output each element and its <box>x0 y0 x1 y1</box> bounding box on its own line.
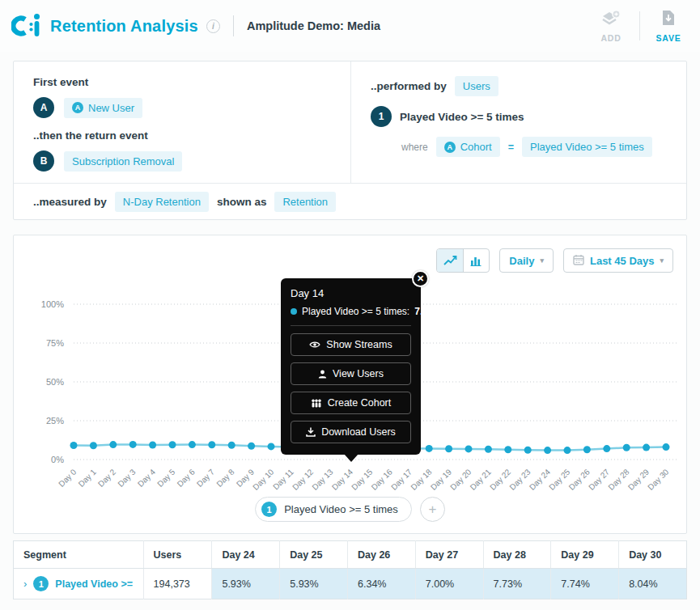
events-section: First event A A New User ..then the retu… <box>14 61 351 183</box>
chart-panel: Daily ▾ Last 45 Days ▾ 0%25%50%75%100%Da… <box>13 235 687 534</box>
where-property-chip[interactable]: A Cohort <box>436 137 500 157</box>
row-segment-name[interactable]: Played Video >= 5 t... <box>55 578 133 590</box>
data-point[interactable] <box>70 442 78 449</box>
measured-by-chip[interactable]: N-Day Retention <box>115 192 209 212</box>
data-point[interactable] <box>524 447 532 454</box>
day-24-cell[interactable]: 5.93% <box>212 569 280 599</box>
data-point[interactable] <box>544 447 551 454</box>
project-name: Amplitude Demo: Media <box>247 19 380 32</box>
col-day-25: Day 25 <box>280 541 348 569</box>
caret-down-icon: ▾ <box>540 256 544 265</box>
bar-chart-toggle[interactable] <box>463 249 489 272</box>
view-users-button[interactable]: View Users <box>291 362 411 385</box>
add-series-button[interactable]: + <box>420 497 445 522</box>
data-point[interactable] <box>208 441 215 448</box>
interval-dropdown[interactable]: Daily ▾ <box>499 248 554 273</box>
retention-table: Segment Users Day 24 Day 25 Day 26 Day 2… <box>13 540 687 599</box>
day-26-cell[interactable]: 6.34% <box>348 569 416 599</box>
x-axis-label: Day 29 <box>626 467 651 491</box>
x-axis-label: Day 26 <box>567 467 592 491</box>
x-axis-label: Day 15 <box>350 467 374 491</box>
save-button[interactable]: SAVE <box>651 9 685 43</box>
expand-chevron-icon[interactable]: › <box>23 578 27 590</box>
data-point[interactable] <box>663 443 670 451</box>
data-point[interactable] <box>485 446 492 453</box>
first-event-label: First event <box>33 76 334 88</box>
line-chart-icon <box>443 255 457 266</box>
day-25-cell[interactable]: 5.93% <box>280 569 348 599</box>
where-operator[interactable]: = <box>508 142 514 153</box>
x-axis-label: Day 20 <box>448 467 473 491</box>
add-button-label: ADD <box>600 33 621 43</box>
bar-chart-icon <box>470 255 482 266</box>
day-27-cell[interactable]: 7.00% <box>415 569 483 599</box>
where-value-chip[interactable]: Played Video >= 5 times <box>522 137 652 157</box>
line-chart-toggle[interactable] <box>437 249 463 272</box>
create-cohort-button[interactable]: Create Cohort <box>291 392 411 414</box>
x-axis-label: Day 21 <box>469 467 493 491</box>
data-point[interactable] <box>426 445 433 452</box>
data-point[interactable] <box>465 445 473 452</box>
segment-name: Played Video >= 5 times <box>400 111 524 123</box>
day-29-cell[interactable]: 7.74% <box>551 569 619 599</box>
query-builder-panel: First event A A New User ..then the retu… <box>13 61 687 220</box>
x-axis-label: Day 0 <box>57 467 78 489</box>
data-point[interactable] <box>90 442 97 449</box>
data-point[interactable] <box>189 441 196 448</box>
date-range-dropdown[interactable]: Last 45 Days ▾ <box>563 248 673 273</box>
measured-by-label: ..measured by <box>33 196 107 208</box>
legend-series-label: Played Video >= 5 times <box>284 503 398 515</box>
data-point[interactable] <box>129 441 137 448</box>
event-a-chip[interactable]: A New User <box>64 98 142 118</box>
chart-type-toggle <box>436 248 490 273</box>
data-point[interactable] <box>623 444 630 451</box>
data-point[interactable] <box>268 443 275 450</box>
col-day-29: Day 29 <box>551 541 619 569</box>
date-range-value: Last 45 Days <box>590 255 655 267</box>
legend-series-pill[interactable]: 1 Played Video >= 5 times <box>255 497 412 522</box>
data-point[interactable] <box>643 444 650 451</box>
shown-as-label: shown as <box>217 196 267 208</box>
users-cell: 194,373 <box>143 569 212 599</box>
performed-by-chip[interactable]: Users <box>455 76 498 96</box>
x-axis-label: Day 23 <box>507 467 532 491</box>
x-axis-label: Day 1 <box>77 467 99 489</box>
add-button[interactable]: ADD <box>594 9 628 43</box>
event-b-name: Subscription Removal <box>72 155 174 167</box>
x-axis-label: Day 25 <box>547 467 571 491</box>
retention-analysis-page: Retention Analysis i Amplitude Demo: Med… <box>0 0 700 610</box>
download-users-button[interactable]: Download Users <box>291 421 411 443</box>
data-point[interactable] <box>583 446 591 453</box>
event-a-row: A A New User <box>33 97 334 118</box>
results-table-section: Segment Users Day 24 Day 25 Day 26 Day 2… <box>13 540 687 599</box>
measured-by-section: ..measured by N-Day Retention shown as R… <box>14 183 686 220</box>
save-button-label: SAVE <box>655 33 681 43</box>
col-day-30: Day 30 <box>619 541 687 569</box>
tooltip-series-row: Played Video >= 5 times: 7.75% <box>291 306 411 317</box>
data-point[interactable] <box>109 441 117 448</box>
group-icon <box>311 399 322 408</box>
x-axis-label: Day 10 <box>251 467 275 491</box>
data-point[interactable] <box>228 442 235 449</box>
x-axis-label: Day 7 <box>195 467 217 489</box>
day-30-cell[interactable]: 8.04% <box>619 569 687 599</box>
data-point[interactable] <box>169 441 176 448</box>
data-point[interactable] <box>564 447 571 454</box>
info-icon[interactable]: i <box>206 19 220 33</box>
close-icon[interactable]: ✕ <box>412 270 429 287</box>
shown-as-chip[interactable]: Retention <box>274 192 336 212</box>
tooltip-divider <box>291 325 411 326</box>
data-point[interactable] <box>603 445 610 452</box>
data-point[interactable] <box>248 443 255 450</box>
view-users-label: View Users <box>333 368 384 379</box>
x-axis-label: Day 22 <box>488 467 512 491</box>
col-day-26: Day 26 <box>348 541 416 569</box>
y-axis-label: 50% <box>46 377 64 387</box>
show-streams-button[interactable]: Show Streams <box>291 333 411 356</box>
data-point[interactable] <box>149 442 156 449</box>
data-point[interactable] <box>504 446 511 453</box>
event-b-badge: B <box>33 150 54 172</box>
event-b-chip[interactable]: Subscription Removal <box>64 151 182 172</box>
day-28-cell[interactable]: 7.73% <box>483 569 551 599</box>
data-point[interactable] <box>445 445 452 452</box>
